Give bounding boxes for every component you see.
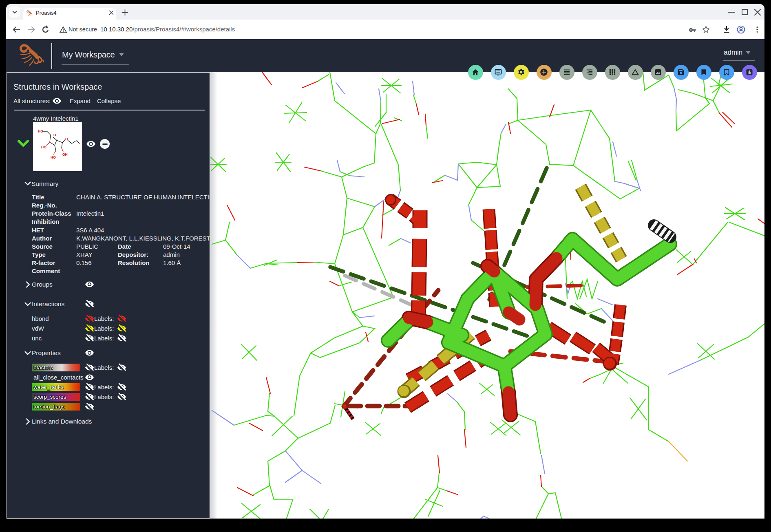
svg-text:HO: HO	[38, 129, 43, 133]
svg-text:OH: OH	[62, 152, 68, 157]
svg-text:O: O	[53, 133, 56, 137]
svg-text:O: O	[65, 137, 68, 141]
svg-text:HO: HO	[51, 155, 56, 159]
svg-text:HO: HO	[41, 145, 46, 149]
